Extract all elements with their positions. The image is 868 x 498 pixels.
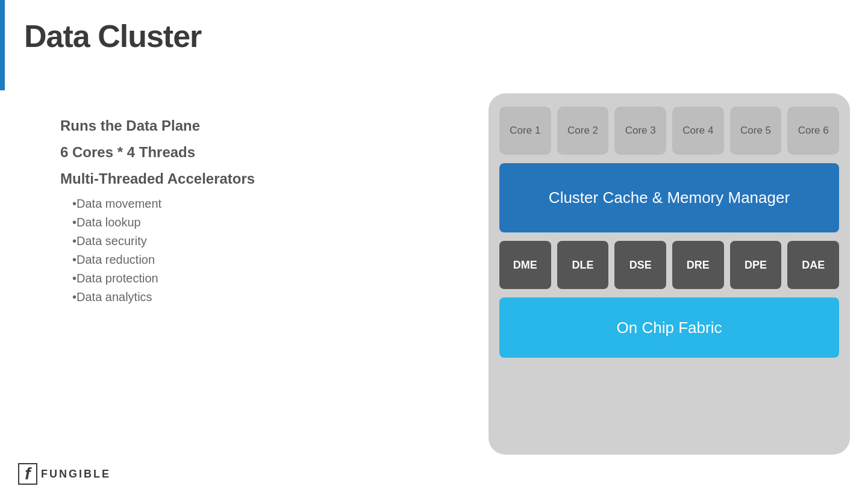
heading-cores-threads: 6 Cores * 4 Threads	[60, 144, 398, 161]
accel-dse: DSE	[614, 241, 666, 289]
core-3: Core 3	[614, 107, 666, 155]
bullet-data-movement: •Data movement	[72, 197, 398, 211]
accel-dpe: DPE	[730, 241, 782, 289]
core-6: Core 6	[787, 107, 839, 155]
logo-f-icon: f	[18, 463, 37, 485]
accelerators-row: DME DLE DSE DRE DPE DAE	[499, 241, 839, 289]
accel-dle: DLE	[557, 241, 609, 289]
heading-accelerators: Multi-Threaded Accelerators	[60, 170, 398, 187]
bullet-list: •Data movement •Data lookup •Data securi…	[72, 197, 398, 304]
core-5: Core 5	[730, 107, 782, 155]
cores-row: Core 1 Core 2 Core 3 Core 4 Core 5 Core …	[499, 107, 839, 155]
footer-logo: f FUNGIBLE	[18, 463, 111, 485]
core-2: Core 2	[557, 107, 609, 155]
fabric-bar: On Chip Fabric	[499, 297, 839, 358]
bullet-data-protection: •Data protection	[72, 272, 398, 285]
accel-dre: DRE	[672, 241, 724, 289]
cache-bar: Cluster Cache & Memory Manager	[499, 163, 839, 232]
page-title: Data Cluster	[24, 18, 201, 54]
core-4: Core 4	[672, 107, 724, 155]
bullet-data-reduction: •Data reduction	[72, 253, 398, 267]
accent-bar	[0, 0, 5, 90]
core-1: Core 1	[499, 107, 551, 155]
logo-name: FUNGIBLE	[41, 468, 111, 481]
heading-data-plane: Runs the Data Plane	[60, 117, 398, 134]
left-content: Runs the Data Plane 6 Cores * 4 Threads …	[60, 117, 398, 309]
accel-dae: DAE	[787, 241, 839, 289]
bullet-data-lookup: •Data lookup	[72, 216, 398, 229]
diagram-container: Core 1 Core 2 Core 3 Core 4 Core 5 Core …	[489, 93, 850, 455]
bullet-data-analytics: •Data analytics	[72, 290, 398, 304]
bullet-data-security: •Data security	[72, 234, 398, 248]
accel-dme: DME	[499, 241, 551, 289]
